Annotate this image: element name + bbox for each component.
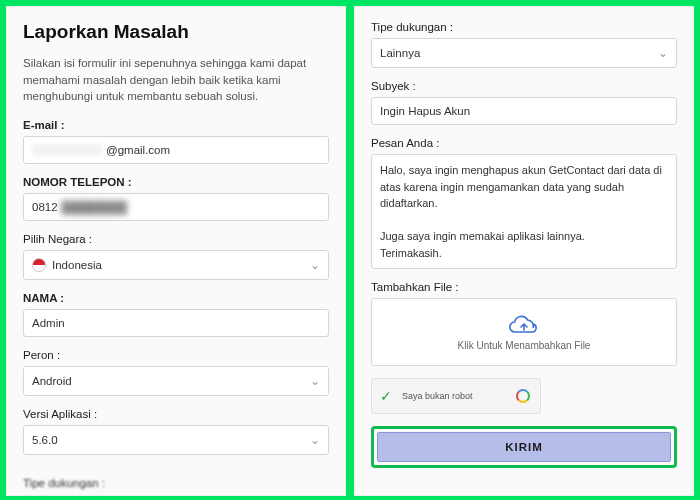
subject-group: Subyek : Ingin Hapus Akun [371, 80, 677, 125]
email-label: E-mail : [23, 119, 329, 131]
phone-prefix: 0812 [32, 201, 58, 213]
form-panel-right: Tipe dukungan : Lainnya ⌄ Subyek : Ingin… [354, 6, 694, 496]
submit-highlight-frame: KIRIM [371, 426, 677, 468]
recaptcha-widget[interactable]: ✓ Saya bukan robot [371, 378, 541, 414]
page-title: Laporkan Masalah [23, 21, 329, 43]
version-group: Versi Aplikasi : 5.6.0 ⌄ [23, 408, 329, 455]
message-label: Pesan Anda : [371, 137, 677, 149]
phone-label: NOMOR TELEPON : [23, 176, 329, 188]
upload-hint-text: Klik Untuk Menambahkan File [458, 340, 591, 351]
support-type-label-cut: Tipe dukungan : [23, 477, 105, 489]
email-field[interactable]: @gmail.com [23, 136, 329, 164]
support-type-label: Tipe dukungan : [371, 21, 677, 33]
chevron-down-icon: ⌄ [310, 433, 320, 447]
country-label: Pilih Negara : [23, 233, 329, 245]
submit-button[interactable]: KIRIM [377, 432, 671, 462]
name-label: NAMA : [23, 292, 329, 304]
flag-indonesia-icon [32, 258, 46, 272]
file-upload-dropzone[interactable]: Klik Untuk Menambahkan File [371, 298, 677, 366]
country-select[interactable]: Indonesia ⌄ [23, 250, 329, 280]
phone-field[interactable]: 0812 ████████ [23, 193, 329, 221]
message-field[interactable]: Halo, saya ingin menghapus akun GetConta… [371, 154, 677, 269]
add-file-label: Tambahkan File : [371, 281, 677, 293]
message-group: Pesan Anda : Halo, saya ingin menghapus … [371, 137, 677, 269]
form-panel-left: Laporkan Masalah Silakan isi formulir in… [6, 6, 346, 496]
chevron-down-icon: ⌄ [658, 46, 668, 60]
support-type-value: Lainnya [380, 47, 420, 59]
name-field[interactable]: Admin [23, 309, 329, 337]
email-suffix: @gmail.com [106, 144, 170, 156]
phone-group: NOMOR TELEPON : 0812 ████████ [23, 176, 329, 221]
subject-label: Subyek : [371, 80, 677, 92]
country-group: Pilih Negara : Indonesia ⌄ [23, 233, 329, 280]
version-label: Versi Aplikasi : [23, 408, 329, 420]
checkmark-icon: ✓ [380, 388, 392, 404]
name-value: Admin [32, 317, 65, 329]
platform-value: Android [32, 375, 72, 387]
subject-field[interactable]: Ingin Hapus Akun [371, 97, 677, 125]
support-type-group: Tipe dukungan : Lainnya ⌄ [371, 21, 677, 68]
recaptcha-logo-icon [514, 387, 532, 405]
version-select[interactable]: 5.6.0 ⌄ [23, 425, 329, 455]
subject-value: Ingin Hapus Akun [380, 105, 470, 117]
name-group: NAMA : Admin [23, 292, 329, 337]
platform-label: Peron : [23, 349, 329, 361]
redacted-email-prefix [32, 144, 102, 156]
chevron-down-icon: ⌄ [310, 374, 320, 388]
intro-text: Silakan isi formulir ini sepenuhnya sehi… [23, 55, 329, 105]
version-value: 5.6.0 [32, 434, 58, 446]
platform-select[interactable]: Android ⌄ [23, 366, 329, 396]
platform-group: Peron : Android ⌄ [23, 349, 329, 396]
support-type-select[interactable]: Lainnya ⌄ [371, 38, 677, 68]
country-value: Indonesia [52, 259, 102, 271]
chevron-down-icon: ⌄ [310, 258, 320, 272]
captcha-text: Saya bukan robot [402, 391, 473, 401]
email-group: E-mail : @gmail.com [23, 119, 329, 164]
cloud-upload-icon [509, 314, 539, 336]
add-file-group: Tambahkan File : Klik Untuk Menambahkan … [371, 281, 677, 366]
redacted-phone-suffix: ████████ [62, 201, 127, 213]
